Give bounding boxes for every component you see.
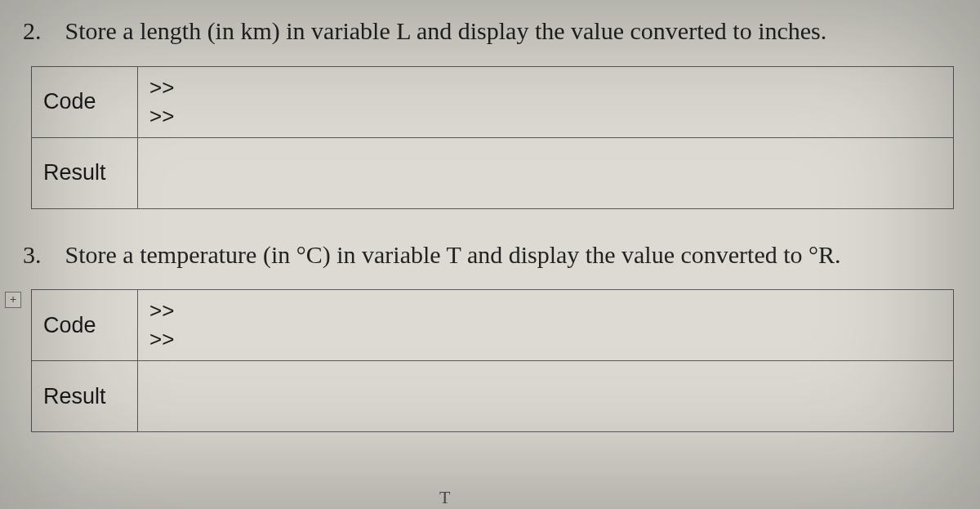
table-anchor-icon[interactable]: + xyxy=(5,292,21,308)
worksheet-page: 2. Store a length (in km) in variable L … xyxy=(0,0,980,432)
question-2-prompt: 2. Store a length (in km) in variable L … xyxy=(23,15,957,48)
q3-code-cell[interactable]: >> >> xyxy=(138,290,954,361)
q3-code-label: Code xyxy=(32,290,138,361)
q2-code-label: Code xyxy=(32,66,138,137)
question-2-table: Code >> >> Result xyxy=(31,66,954,209)
q2-code-cell[interactable]: >> >> xyxy=(138,66,954,137)
question-2-text: Store a length (in km) in variable L and… xyxy=(65,17,827,44)
q3-result-cell[interactable] xyxy=(138,361,954,432)
q3-result-label: Result xyxy=(32,361,138,432)
question-2-number: 2. xyxy=(23,15,59,48)
question-3-number: 3. xyxy=(23,239,59,272)
question-3-text: Store a temperature (in °C) in variable … xyxy=(65,241,841,268)
q2-result-cell[interactable] xyxy=(138,137,954,208)
text-caret-icon: T xyxy=(439,487,450,508)
q2-result-label: Result xyxy=(32,137,138,208)
question-3-prompt: 3. Store a temperature (in °C) in variab… xyxy=(23,239,957,272)
question-3-table: Code >> >> Result xyxy=(31,289,954,432)
